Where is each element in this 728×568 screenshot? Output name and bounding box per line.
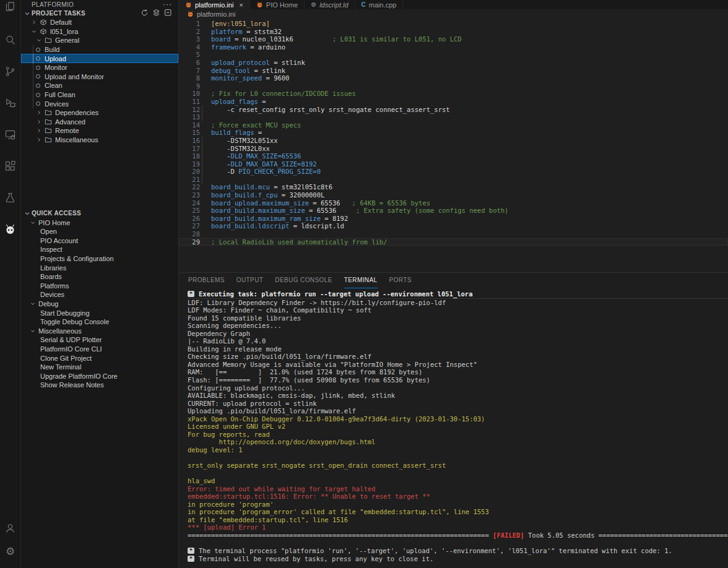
tab-label: main.cpp <box>369 1 397 9</box>
tab-bar: platformio.ini×PIO Home⚙ldscript.ldCmain… <box>179 0 728 9</box>
chevron-right-icon <box>36 137 42 143</box>
tree-item-upload-and-monitor[interactable]: Upload and Monitor <box>21 72 178 82</box>
tab-main-cpp[interactable]: Cmain.cpp <box>355 0 404 9</box>
code-editor[interactable]: 1[env:l051_lora]2platform = ststm323boar… <box>179 19 728 246</box>
settings-gear-icon[interactable]: ⚙ <box>0 542 20 561</box>
quick-access-item-pio-home[interactable]: PIO Home <box>21 218 178 227</box>
sidebar-title: PLATFORMIO <box>32 1 74 8</box>
platformio-icon[interactable] <box>0 220 20 238</box>
code-text: -DSTM32L0xx <box>200 145 728 153</box>
tree-item-l051-lora[interactable]: l051_lora <box>21 27 178 37</box>
code-line-7: 7debug_tool = stlink <box>179 67 728 75</box>
line-number: 5 <box>179 51 200 59</box>
code-text <box>200 82 728 90</box>
refresh-icon[interactable] <box>141 9 149 18</box>
panel-tab-output[interactable]: OUTPUT <box>236 273 264 288</box>
quick-access-item-miscellaneous[interactable]: Miscellaneous <box>21 326 178 335</box>
tree-item-general[interactable]: General <box>21 36 178 45</box>
code-text <box>200 230 728 238</box>
search-icon[interactable] <box>0 30 20 49</box>
tree-item-label: Remote <box>55 127 79 134</box>
tree-item-miscellaneous[interactable]: Miscellaneous <box>21 136 178 145</box>
line-number: 20 <box>179 168 200 176</box>
tree-item-advanced[interactable]: Advanced <box>21 118 178 127</box>
chevron-right-icon <box>36 119 42 125</box>
line-number: 4 <box>179 43 200 51</box>
multi-env-icon[interactable] <box>152 9 160 18</box>
panel-tab-debug-console[interactable]: DEBUG CONSOLE <box>275 273 332 288</box>
tree-item-upload[interactable]: Upload <box>21 54 178 63</box>
panel-tab-terminal[interactable]: TERMINAL <box>344 273 378 288</box>
quick-access-item-projects-configuration[interactable]: Projects & Configuration <box>21 254 178 264</box>
extensions-icon[interactable] <box>0 157 20 175</box>
terminal-line: CURRENT: upload_protocol = stlink <box>188 400 728 408</box>
code-text: -DLD_MAX_DATA_SIZE=8192 <box>200 160 728 168</box>
tree-item-label: Miscellaneous <box>55 136 98 144</box>
terminal-line <box>188 470 728 478</box>
remote-explorer-icon[interactable] <box>0 125 20 144</box>
line-number: 21 <box>179 176 200 184</box>
tree-item-default[interactable]: Default <box>21 18 178 27</box>
quick-access-item-debug[interactable]: Debug <box>21 299 178 309</box>
tree-item-build[interactable]: Build <box>21 45 178 54</box>
quick-access-item-devices[interactable]: Devices <box>21 290 178 299</box>
code-line-9: 9 <box>179 82 728 90</box>
code-text: -D PIO_CHECK_PROG_SIZE=0 <box>200 168 728 176</box>
code-line-27: 27board_build.ldscript = ldscript.ld <box>179 222 728 230</box>
testing-icon[interactable] <box>0 188 20 207</box>
chevron-down-icon <box>24 10 31 17</box>
code-text <box>200 113 728 121</box>
tree-item-dependencies[interactable]: Dependencies <box>21 108 178 118</box>
terminal-line: Flash: [======== ] 77.7% (used 50908 byt… <box>188 376 728 384</box>
quick-access-item-new-terminal[interactable]: New Terminal <box>21 363 178 372</box>
collapse-all-icon[interactable] <box>164 9 172 18</box>
quick-access-item-serial-udp-plotter[interactable]: Serial & UDP Plotter <box>21 335 178 345</box>
more-actions-icon[interactable]: ··· <box>163 0 172 9</box>
tree-item-devices[interactable]: Devices <box>21 99 178 108</box>
quick-access-item-show-release-notes[interactable]: Show Release Notes <box>21 381 178 390</box>
terminal-line: Found 15 compatible libraries <box>188 314 728 322</box>
quick-access-item-platformio-core-cli[interactable]: PlatformIO Core CLI <box>21 345 178 354</box>
quick-access-label: Open <box>40 228 57 235</box>
explorer-icon[interactable] <box>0 0 20 15</box>
terminal-output[interactable]: *Executing task: platformio run --target… <box>179 288 728 568</box>
accounts-icon[interactable] <box>0 519 20 537</box>
quick-access-item-upgrade-platformio-core[interactable]: Upgrade PlatformIO Core <box>21 371 178 381</box>
tree-item-monitor[interactable]: Monitor <box>21 63 178 72</box>
tree-item-clean[interactable]: Clean <box>21 81 178 90</box>
platformio-file-icon <box>187 11 194 17</box>
panel-tab-problems[interactable]: PROBLEMS <box>188 273 225 288</box>
breadcrumb[interactable]: platformio.ini <box>179 9 728 19</box>
source-control-icon[interactable] <box>0 62 20 80</box>
terminal-line: *Executing task: platformio run --target… <box>188 290 728 299</box>
quick-access-item-boards[interactable]: Boards <box>21 272 178 282</box>
quick-access-item-inspect[interactable]: Inspect <box>21 245 178 254</box>
quick-access-item-pio-account[interactable]: PIO Account <box>21 236 178 246</box>
run-debug-icon[interactable] <box>0 93 20 112</box>
tab-platformio-ini[interactable]: platformio.ini× <box>179 0 250 9</box>
tree-item-label: General <box>55 37 79 44</box>
quick-access-item-platforms[interactable]: Platforms <box>21 281 178 290</box>
tab-ldscript-ld[interactable]: ⚙ldscript.ld <box>305 0 355 9</box>
quick-access-header[interactable]: QUICK ACCESS <box>21 209 178 218</box>
tab-pio-home[interactable]: PIO Home <box>250 0 305 9</box>
code-line-29: 29; Local RadioLib used automatically fr… <box>179 238 728 246</box>
close-icon[interactable]: × <box>239 1 243 9</box>
line-number: 6 <box>179 59 200 67</box>
tree-item-full-clean[interactable]: Full Clean <box>21 90 178 100</box>
quick-access-item-clone-git-project[interactable]: Clone Git Project <box>21 353 178 363</box>
terminal-line: AVAILABLE: blackmagic, cmsis-dap, jlink,… <box>188 392 728 400</box>
panel-tab-ports[interactable]: PORTS <box>389 273 412 288</box>
code-line-23: 23board_build.f_cpu = 32000000L <box>179 191 728 199</box>
terminal-line: xPack Open On-Chip Debugger 0.12.0-01004… <box>188 415 728 423</box>
quick-access-item-start-debugging[interactable]: Start Debugging <box>21 308 178 317</box>
quick-access-item-open[interactable]: Open <box>21 227 178 236</box>
quick-access-item-libraries[interactable]: Libraries <box>21 263 178 272</box>
quick-access-item-toggle-debug-console[interactable]: Toggle Debug Console <box>21 317 178 327</box>
tree-item-remote[interactable]: Remote <box>21 126 178 136</box>
task-circle-icon <box>36 101 40 106</box>
task-circle-icon <box>36 48 40 52</box>
chevron-right-icon <box>36 127 42 134</box>
tree-item-label: Clean <box>45 82 63 89</box>
project-tasks-header[interactable]: PROJECT TASKS <box>21 9 178 18</box>
